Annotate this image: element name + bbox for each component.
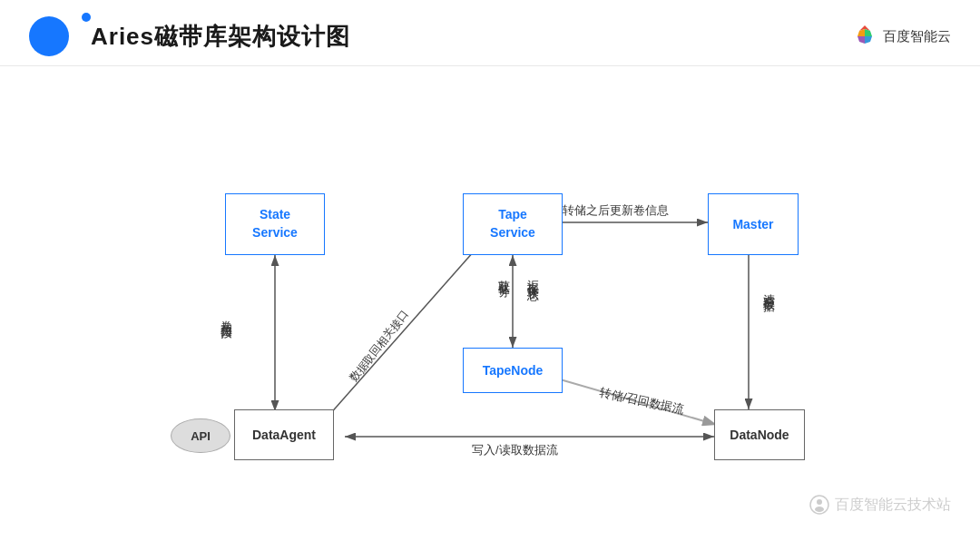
api-box: API [171, 418, 230, 453]
brand-icon [852, 24, 877, 49]
state-service-box: State Service [225, 193, 325, 255]
label-transfer-update: 转储之后更新卷信息 [563, 202, 669, 219]
diagram-area: State Service Tape Service Master TapeNo… [0, 66, 980, 529]
svg-marker-4 [858, 36, 865, 44]
header: Aries磁带库架构设计图 百度智能云 [0, 0, 980, 66]
label-transfer-recall: 转储/召回数据流 [598, 384, 685, 418]
tape-node-box: TapeNode [463, 348, 563, 393]
page-title: Aries磁带库架构设计图 [91, 21, 350, 53]
label-data-retrieve: 数据取回相关接口 [347, 307, 412, 385]
brand-logo: 百度智能云 [852, 24, 951, 49]
label-roll-interface: 卷相关接口 [218, 311, 234, 320]
svg-line-11 [322, 243, 481, 423]
svg-point-19 [815, 507, 824, 512]
tape-service-box: Tape Service [463, 193, 563, 255]
watermark-icon [809, 495, 829, 515]
logo-circle [29, 16, 69, 56]
watermark: 百度智能云技术站 [809, 495, 951, 515]
svg-marker-2 [865, 36, 872, 44]
logo-dot [82, 13, 91, 22]
data-agent-box: DataAgent [234, 409, 334, 460]
arrows-svg [0, 66, 980, 529]
label-write-read: 写入/读取数据流 [472, 442, 558, 458]
label-get-task: 获取任务 [495, 271, 512, 278]
svg-point-18 [817, 499, 822, 505]
data-node-box: DataNode [714, 409, 805, 460]
label-clear-data: 清空卷数据 [760, 284, 777, 293]
header-left: Aries磁带库架构设计图 [29, 16, 350, 56]
brand-name: 百度智能云 [883, 28, 951, 45]
master-box: Master [708, 193, 799, 255]
watermark-text: 百度智能云技术站 [835, 496, 951, 515]
label-report-task: 汇报任务状态 [524, 271, 541, 281]
logo-area [29, 16, 78, 56]
